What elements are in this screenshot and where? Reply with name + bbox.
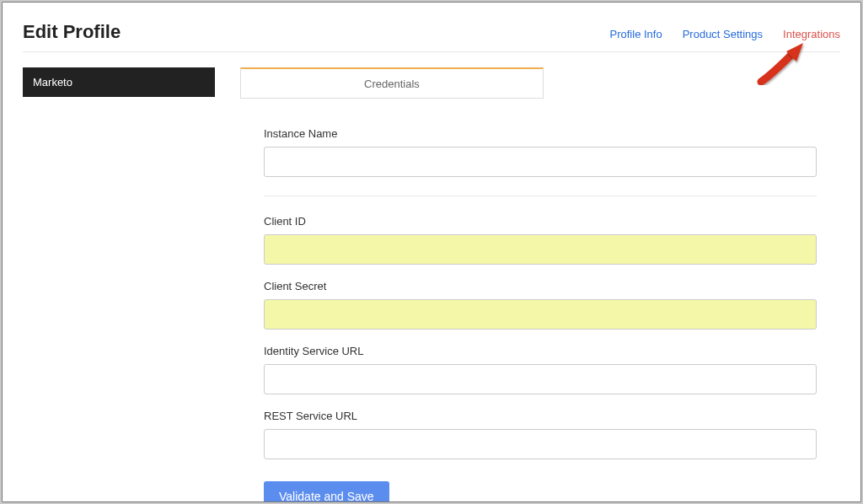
page-header: Edit Profile Profile Info Product Settin… <box>23 14 840 52</box>
field-client-secret: Client Secret <box>264 280 817 330</box>
client-secret-input[interactable] <box>264 299 817 330</box>
field-identity-url: Identity Service URL <box>264 345 817 394</box>
field-instance-name: Instance Name <box>264 127 817 196</box>
subtabs: Credentials <box>240 67 840 99</box>
header-tabs: Profile Info Product Settings Integratio… <box>610 28 840 40</box>
validate-save-button[interactable]: Validate and Save <box>264 481 389 502</box>
client-id-label: Client ID <box>264 215 817 228</box>
page-body: Marketo Credentials Instance Name Client… <box>23 67 840 502</box>
subtab-credentials[interactable]: Credentials <box>240 67 544 99</box>
client-secret-label: Client Secret <box>264 280 817 292</box>
rest-url-input[interactable] <box>264 429 817 459</box>
tab-product-settings[interactable]: Product Settings <box>683 28 763 40</box>
page-title: Edit Profile <box>23 21 121 43</box>
rest-url-label: REST Service URL <box>264 410 817 422</box>
field-client-id: Client ID <box>264 215 817 265</box>
field-rest-url: REST Service URL <box>264 410 817 459</box>
tab-profile-info[interactable]: Profile Info <box>610 28 662 40</box>
credentials-form: Instance Name Client ID Client Secret Id… <box>240 99 840 502</box>
sidebar: Marketo <box>23 67 215 502</box>
tab-integrations[interactable]: Integrations <box>783 28 840 40</box>
instance-name-label: Instance Name <box>264 127 817 140</box>
client-id-input[interactable] <box>264 234 817 265</box>
main-panel: Credentials Instance Name Client ID Clie… <box>240 67 840 502</box>
window-frame: Edit Profile Profile Info Product Settin… <box>2 2 861 502</box>
identity-url-label: Identity Service URL <box>264 345 817 357</box>
instance-name-input[interactable] <box>264 147 817 177</box>
sidebar-item-marketo[interactable]: Marketo <box>23 67 215 97</box>
identity-url-input[interactable] <box>264 364 817 394</box>
